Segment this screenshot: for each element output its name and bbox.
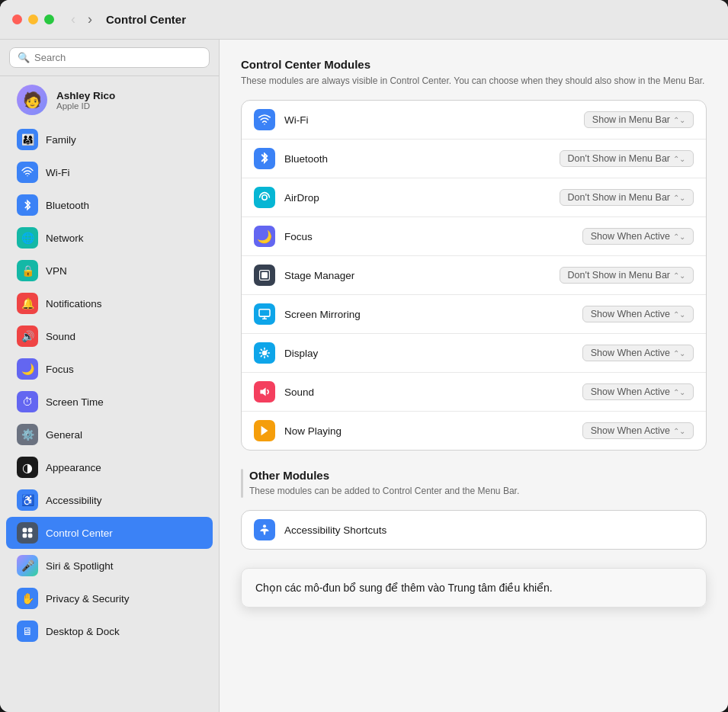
chevron-icon: ⌃⌄	[673, 233, 685, 241]
module-control-bluetooth[interactable]: Don't Show in Menu Bar ⌃⌄	[560, 150, 694, 167]
svg-rect-2	[23, 534, 27, 538]
module-control-airdrop[interactable]: Don't Show in Menu Bar ⌃⌄	[560, 189, 694, 206]
module-row-bluetooth[interactable]: Bluetooth Don't Show in Menu Bar ⌃⌄	[242, 140, 706, 178]
maximize-button[interactable]	[44, 14, 54, 24]
sidebar-label-wifi: Wi-Fi	[46, 167, 69, 178]
module-row-screen-mirroring[interactable]: Screen Mirroring Show When Active ⌃⌄	[242, 295, 706, 334]
module-control-stage-manager[interactable]: Don't Show in Menu Bar ⌃⌄	[560, 267, 694, 284]
search-bar: 🔍	[0, 40, 219, 76]
sidebar-item-wifi[interactable]: Wi-Fi	[6, 156, 213, 188]
chevron-icon: ⌃⌄	[673, 349, 685, 358]
vpn-icon: 🔒	[17, 260, 38, 281]
sidebar-item-privacy-security[interactable]: ✋ Privacy & Security	[6, 582, 213, 614]
svg-point-4	[262, 195, 267, 200]
other-left-bar	[241, 469, 243, 498]
module-control-focus[interactable]: Show When Active ⌃⌄	[582, 228, 694, 245]
window-title: Control Center	[106, 13, 186, 26]
module-control-wifi[interactable]: Show in Menu Bar ⌃⌄	[584, 111, 694, 128]
module-name-wifi: Wi-Fi	[284, 114, 575, 126]
module-row-sound[interactable]: Sound Show When Active ⌃⌄	[242, 373, 706, 412]
sidebar-label-appearance: Appearance	[46, 462, 101, 473]
other-header-text: Other Modules These modules can be added…	[249, 469, 519, 498]
other-modules-section: Other Modules These modules can be added…	[241, 469, 707, 550]
section-title-control-center: Control Center Modules	[241, 58, 707, 71]
sidebar-item-siri-spotlight[interactable]: 🎤 Siri & Spotlight	[6, 550, 213, 582]
general-icon: ⚙️	[17, 424, 38, 445]
sidebar-item-accessibility[interactable]: ♿ Accessibility	[6, 484, 213, 516]
module-row-airdrop[interactable]: AirDrop Don't Show in Menu Bar ⌃⌄	[242, 178, 706, 217]
module-name-airdrop: AirDrop	[284, 192, 550, 204]
sidebar-item-control-center[interactable]: Control Center	[6, 517, 213, 549]
detail-panel: Control Center Modules These modules are…	[220, 40, 728, 712]
module-row-display[interactable]: Display Show When Active ⌃⌄	[242, 334, 706, 373]
sidebar-item-family[interactable]: 👨‍👩‍👧 Family	[6, 123, 213, 156]
control-center-sidebar-icon	[17, 522, 38, 544]
sidebar: 🔍 🧑 Ashley Rico Apple ID 👨‍👩‍👧 Family	[0, 40, 220, 712]
sidebar-label-notifications: Notifications	[46, 298, 102, 309]
sidebar-item-appearance[interactable]: ◑ Appearance	[6, 451, 213, 483]
sidebar-item-bluetooth[interactable]: Bluetooth	[6, 189, 213, 221]
tooltip-callout: Chọn các mô-đun bổ sung để thêm vào Trun…	[241, 568, 707, 608]
family-icon: 👨‍👩‍👧	[17, 129, 38, 150]
other-modules-list: Accessibility Shortcuts	[241, 510, 707, 550]
sidebar-item-vpn[interactable]: 🔒 VPN	[6, 255, 213, 287]
sidebar-label-general: General	[46, 429, 82, 441]
svg-marker-9	[261, 426, 268, 435]
title-bar: ‹ › Control Center	[0, 0, 728, 40]
sidebar-item-sound[interactable]: 🔊 Sound	[6, 320, 213, 352]
search-input[interactable]	[34, 52, 201, 63]
module-icon-focus: 🌙	[254, 226, 275, 247]
sidebar-item-desktop-dock[interactable]: 🖥 Desktop & Dock	[6, 615, 213, 647]
sidebar-label-vpn: VPN	[46, 265, 67, 277]
module-control-sound[interactable]: Show When Active ⌃⌄	[582, 383, 694, 400]
sidebar-item-screen-time[interactable]: ⏱ Screen Time	[6, 386, 213, 418]
module-icon-screen-mirroring	[254, 303, 275, 325]
module-row-accessibility-shortcuts[interactable]: Accessibility Shortcuts	[242, 511, 706, 549]
sidebar-item-notifications[interactable]: 🔔 Notifications	[6, 287, 213, 319]
close-button[interactable]	[12, 14, 22, 24]
network-icon: 🌐	[17, 227, 38, 249]
minimize-button[interactable]	[28, 14, 38, 24]
module-row-wifi[interactable]: Wi-Fi Show in Menu Bar ⌃⌄	[242, 101, 706, 140]
privacy-icon: ✋	[17, 588, 38, 609]
module-name-stage-manager: Stage Manager	[284, 270, 550, 281]
sidebar-label-accessibility: Accessibility	[46, 495, 102, 506]
appearance-icon: ◑	[17, 457, 38, 478]
chevron-icon: ⌃⌄	[673, 427, 685, 435]
sidebar-label-siri-spotlight: Siri & Spotlight	[46, 560, 114, 572]
screen-time-icon: ⏱	[17, 391, 38, 412]
module-name-bluetooth: Bluetooth	[284, 153, 550, 165]
sound-sidebar-icon: 🔊	[17, 326, 38, 347]
search-icon: 🔍	[18, 52, 30, 63]
chevron-icon: ⌃⌄	[673, 388, 685, 396]
module-row-stage-manager[interactable]: Stage Manager Don't Show in Menu Bar ⌃⌄	[242, 256, 706, 295]
other-modules-desc: These modules can be added to Control Ce…	[249, 484, 519, 498]
sidebar-item-user[interactable]: 🧑 Ashley Rico Apple ID	[6, 77, 213, 123]
back-button[interactable]: ‹	[66, 10, 80, 29]
search-wrapper[interactable]: 🔍	[9, 47, 210, 68]
chevron-icon: ⌃⌄	[673, 194, 685, 202]
forward-button[interactable]: ›	[83, 10, 97, 29]
module-control-now-playing[interactable]: Show When Active ⌃⌄	[582, 422, 694, 439]
module-icon-wifi	[254, 109, 275, 130]
svg-rect-6	[261, 272, 268, 278]
traffic-lights	[12, 14, 54, 24]
sidebar-item-network[interactable]: 🌐 Network	[6, 222, 213, 254]
module-control-display[interactable]: Show When Active ⌃⌄	[582, 345, 694, 361]
user-info: Ashley Rico Apple ID	[56, 90, 115, 111]
sidebar-item-general[interactable]: ⚙️ General	[6, 419, 213, 451]
module-control-screen-mirroring[interactable]: Show When Active ⌃⌄	[582, 306, 694, 322]
sidebar-scroll: 🧑 Ashley Rico Apple ID 👨‍👩‍👧 Family Wi-F	[0, 76, 219, 712]
svg-rect-7	[259, 309, 270, 316]
module-name-display: Display	[284, 348, 573, 359]
focus-icon: 🌙	[17, 358, 38, 380]
main-window: ‹ › Control Center 🔍 🧑 Ashley Rico Apple…	[0, 0, 728, 712]
module-name-sound: Sound	[284, 386, 573, 398]
sidebar-label-desktop-dock: Desktop & Dock	[46, 626, 120, 637]
nav-buttons: ‹ ›	[66, 10, 97, 29]
sidebar-label-network: Network	[46, 233, 84, 244]
sidebar-label-family: Family	[46, 134, 76, 146]
module-row-focus[interactable]: 🌙 Focus Show When Active ⌃⌄	[242, 217, 706, 256]
module-row-now-playing[interactable]: Now Playing Show When Active ⌃⌄	[242, 412, 706, 450]
sidebar-item-focus[interactable]: 🌙 Focus	[6, 353, 213, 385]
